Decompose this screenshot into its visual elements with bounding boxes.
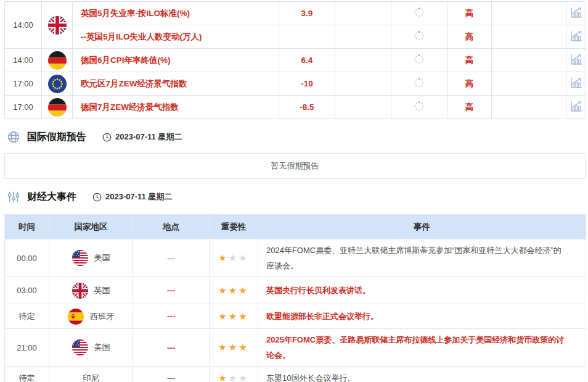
star-icon: ★ [218,373,228,382]
holiday-section-date: 2023-07-11 星期二 [102,131,182,143]
event-country: 英国 [49,277,133,304]
econ-empty-cell [492,25,566,49]
econ-row: 17:00 德国7月ZEW经济景气指数 -8.5 高 [5,96,586,119]
econ-importance: 高 [447,72,492,96]
bar-chart-arrow-icon [570,29,583,43]
event-country: 美国 [49,239,133,277]
event-row: 03:00 英国 --- ★★★ 英国央行行长贝利发表讲话。 [5,277,586,304]
chart-button[interactable] [566,96,586,119]
event-row: 21:00 美国 --- ★★★ 2025年FOMC票委、圣路易斯联储主席布拉德… [5,329,586,367]
importance-stars: ★★★ [210,239,258,277]
holiday-empty-box: 暂无假期预告 [4,153,586,179]
germany-flag-icon [42,96,73,119]
star-icon: ★ [239,285,248,296]
star-icon: ★ [239,342,248,352]
col-header-importance: 重要性 [210,215,258,239]
event-country: 印尼 [49,367,133,382]
country-label: 美国 [94,252,110,264]
bar-chart-arrow-icon [570,6,583,19]
econ-empty-cell [335,96,391,119]
col-header-location: 地点 [133,215,210,239]
econ-actual-value: 3.9 [279,2,335,25]
chart-button[interactable] [566,25,586,49]
event-location: --- [133,277,210,304]
bar-chart-arrow-icon [570,99,583,113]
chart-button[interactable] [566,72,586,96]
chart-button[interactable] [566,49,586,72]
star-icon: ★ [229,285,239,296]
econ-event-title[interactable]: 德国7月ZEW经济景气指数 [73,96,279,119]
econ-time: 14:00 [5,49,42,72]
star-icon: ★ [229,311,239,322]
country-label: 美国 [94,342,110,353]
econ-time: 17:00 [5,96,42,119]
date-label: 2023-07-11 星期二 [105,191,172,202]
event-time: 21:00 [5,329,49,367]
chart-button[interactable] [566,2,586,25]
importance-stars: ★★★ [210,277,258,304]
country-label: 英国 [94,285,110,296]
events-section-header: 财经大事件 2023-07-11 星期二 [7,189,588,205]
loading-spinner-icon [391,49,447,72]
col-header-event: 事件 [258,215,586,239]
econ-empty-cell [492,72,566,96]
econ-event-title[interactable]: --英国5月ILO失业人数变动(万人) [73,25,279,49]
loading-spinner-icon [391,96,447,119]
loading-spinner-icon [391,72,447,96]
us-flag-icon [72,339,88,355]
big-events-table: 时间 国家地区 地点 重要性 事件 00:00 美国 --- ★★★ 2024年… [4,214,586,382]
event-country: 西班牙 [49,304,133,329]
event-time: 待定 [5,304,49,329]
loading-spinner-icon [391,25,447,49]
econ-empty-cell [335,2,391,25]
econ-importance: 高 [447,96,492,119]
star-icon: ★ [229,373,239,382]
event-time: 待定 [5,367,49,382]
econ-importance: 高 [447,49,492,72]
star-icon: ★ [229,252,239,263]
clock-icon [102,133,112,142]
econ-actual-value: 6.4 [279,49,335,72]
econ-row: 14:00 德国6月CPI年率终值(%) 6.4 高 [5,49,586,72]
bar-chart-arrow-icon [570,76,583,89]
event-location: --- [133,329,210,367]
star-icon: ★ [239,252,248,263]
econ-row: 17:00 欧元区7月ZEW经济景气指数 -10 高 [5,72,586,96]
econ-event-title[interactable]: 英国5月失业率-按ILO标准(%) [73,2,279,25]
econ-actual-value: -8.5 [279,96,335,119]
holiday-section-header: 国际假期预告 2023-07-11 星期二 [7,129,588,145]
spain-flag-icon [68,309,84,325]
uk-flag-icon [42,2,73,49]
econ-actual-value: -10 [279,72,335,96]
event-row: 待定 西班牙 --- ★★★ 欧盟能源部长非正式会议举行。 [5,304,586,329]
event-location: --- [133,367,210,382]
econ-event-title[interactable]: 欧元区7月ZEW经济景气指数 [73,72,279,96]
econ-event-title[interactable]: 德国6月CPI年率终值(%) [73,49,279,72]
holiday-empty-message: 暂无假期预告 [271,160,319,172]
event-description: 英国央行行长贝利发表讲话。 [258,277,586,304]
econ-importance: 高 [447,2,492,25]
importance-stars: ★★★ [210,329,258,367]
col-header-country: 国家地区 [49,215,133,239]
econ-empty-cell [492,96,566,119]
event-time: 00:00 [5,239,49,277]
event-description: 2024年FOMC票委、亚特兰大联储主席博斯蒂克参加“国家和亚特兰大大都会经济”… [258,239,586,277]
econ-time: 14:00 [5,2,42,49]
events-section-date: 2023-07-11 星期二 [92,191,172,202]
econ-importance: 高 [447,25,492,49]
event-location: --- [133,239,210,277]
holiday-section-title: 国际假期预告 [27,131,86,144]
event-time: 03:00 [5,277,49,304]
sliders-icon [7,190,20,204]
economic-data-table: 14:00 英国5月失业率-按ILO标准(%) 3.9 高 --英国5月ILO失… [4,1,586,119]
econ-row: --英国5月ILO失业人数变动(万人) 高 [5,25,586,49]
date-label: 2023-07-11 星期二 [115,131,182,143]
econ-empty-cell [335,25,391,49]
col-header-time: 时间 [5,215,49,239]
star-icon: ★ [218,285,228,296]
econ-time: 17:00 [5,72,42,96]
us-flag-icon [72,250,88,266]
eu-flag-icon [42,72,73,96]
event-row: 00:00 美国 --- ★★★ 2024年FOMC票委、亚特兰大联储主席博斯蒂… [5,239,586,277]
econ-empty-cell [335,49,391,72]
